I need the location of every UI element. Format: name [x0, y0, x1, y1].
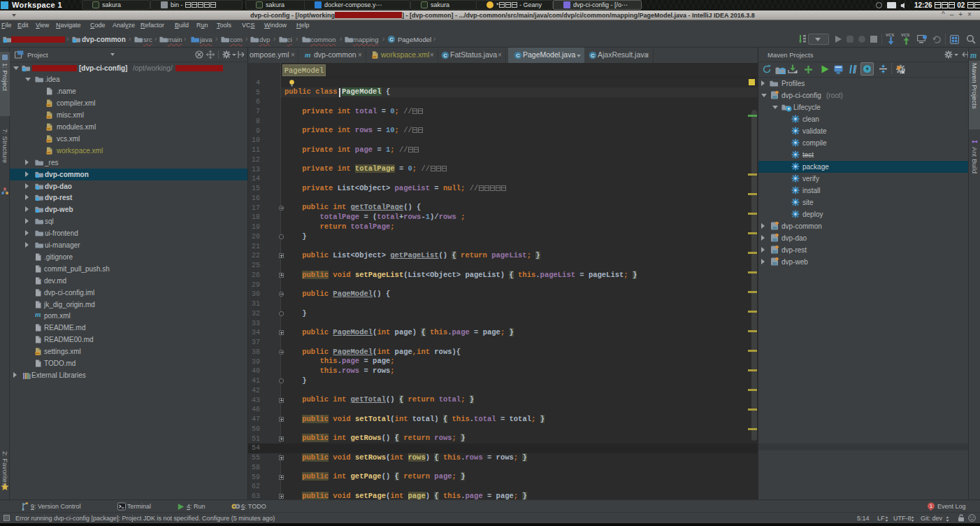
svg-text:1: 1	[930, 504, 932, 509]
svg-text:m: m	[837, 71, 840, 75]
